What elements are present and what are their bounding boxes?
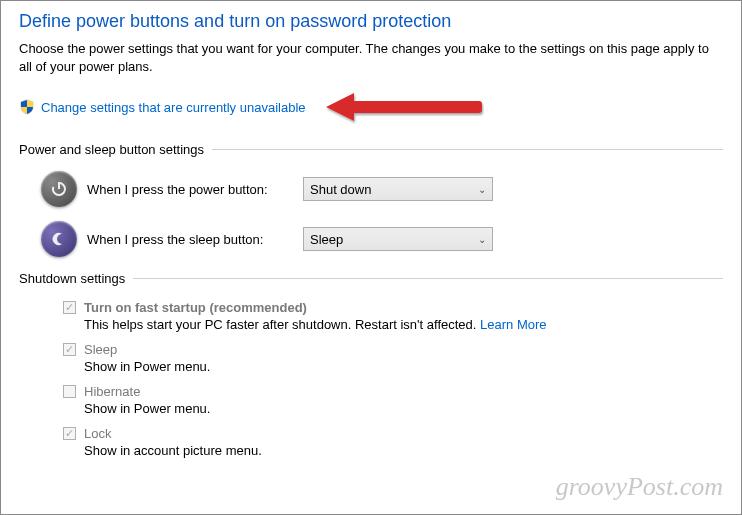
watermark: groovyPost.com	[556, 472, 723, 502]
shutdown-item-label: Sleep	[84, 342, 117, 357]
chevron-down-icon: ⌄	[478, 184, 486, 195]
page-title: Define power buttons and turn on passwor…	[19, 11, 723, 32]
sleep-button-row: When I press the sleep button: Sleep ⌄	[19, 221, 723, 257]
power-button-label: When I press the power button:	[87, 182, 303, 197]
checkbox: ✓	[63, 343, 76, 356]
checkbox: ✓	[63, 427, 76, 440]
shutdown-item-description: Show in Power menu.	[84, 359, 723, 374]
section-label: Shutdown settings	[19, 271, 125, 286]
change-settings-row: Change settings that are currently unava…	[19, 90, 723, 124]
shutdown-item-label: Turn on fast startup (recommended)	[84, 300, 307, 315]
sleep-button-select[interactable]: Sleep ⌄	[303, 227, 493, 251]
shutdown-item-description: This helps start your PC faster after sh…	[84, 317, 723, 332]
shutdown-item: HibernateShow in Power menu.	[19, 384, 723, 416]
power-button-select[interactable]: Shut down ⌄	[303, 177, 493, 201]
checkmark-icon: ✓	[65, 344, 74, 355]
checkbox-row: ✓Sleep	[63, 342, 723, 357]
checkbox: ✓	[63, 301, 76, 314]
shield-icon	[19, 99, 35, 115]
sleep-button-label: When I press the sleep button:	[87, 232, 303, 247]
select-value: Shut down	[310, 182, 371, 197]
section-header-shutdown: Shutdown settings	[19, 271, 723, 286]
checkmark-icon: ✓	[65, 428, 74, 439]
shutdown-item: ✓Turn on fast startup (recommended)This …	[19, 300, 723, 332]
annotation-arrow-icon	[324, 90, 484, 124]
section-label: Power and sleep button settings	[19, 142, 204, 157]
power-button-row: When I press the power button: Shut down…	[19, 171, 723, 207]
section-header-power-sleep: Power and sleep button settings	[19, 142, 723, 157]
chevron-down-icon: ⌄	[478, 234, 486, 245]
sleep-icon	[41, 221, 77, 257]
shutdown-item: ✓SleepShow in Power menu.	[19, 342, 723, 374]
checkbox-row: Hibernate	[63, 384, 723, 399]
shutdown-settings-list: ✓Turn on fast startup (recommended)This …	[19, 300, 723, 458]
power-icon	[41, 171, 77, 207]
checkbox-row: ✓Lock	[63, 426, 723, 441]
shutdown-item-description: Show in account picture menu.	[84, 443, 723, 458]
checkbox	[63, 385, 76, 398]
divider	[133, 278, 723, 279]
page-description: Choose the power settings that you want …	[19, 40, 719, 76]
checkbox-row: ✓Turn on fast startup (recommended)	[63, 300, 723, 315]
select-value: Sleep	[310, 232, 343, 247]
learn-more-link[interactable]: Learn More	[480, 317, 546, 332]
divider	[212, 149, 723, 150]
change-settings-link[interactable]: Change settings that are currently unava…	[41, 100, 306, 115]
shutdown-item-label: Hibernate	[84, 384, 140, 399]
shutdown-item: ✓LockShow in account picture menu.	[19, 426, 723, 458]
shutdown-item-label: Lock	[84, 426, 111, 441]
shutdown-item-description: Show in Power menu.	[84, 401, 723, 416]
checkmark-icon: ✓	[65, 302, 74, 313]
